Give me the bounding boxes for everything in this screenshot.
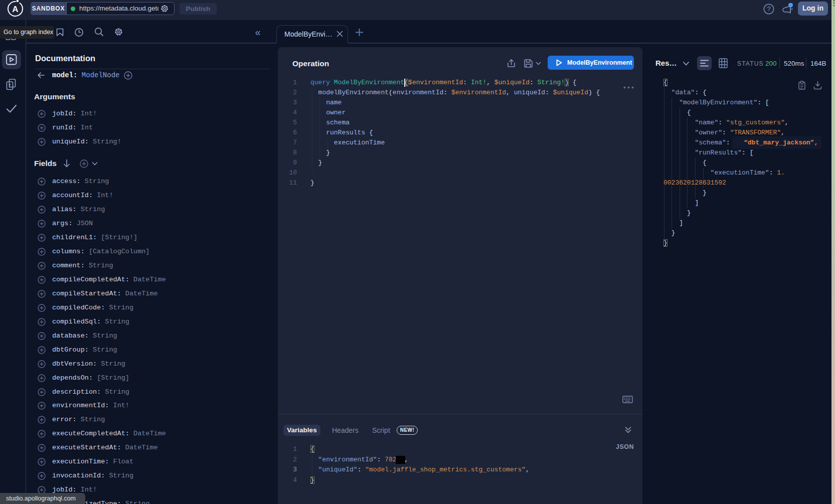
svg-text:?: ?	[767, 5, 770, 13]
svg-text:A: A	[12, 5, 18, 14]
